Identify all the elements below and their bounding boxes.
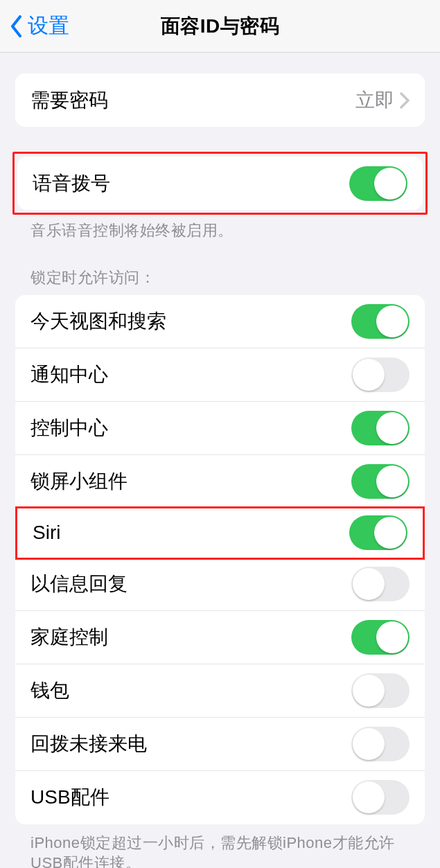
lock-access-row: 锁屏小组件	[15, 455, 425, 508]
voice-dial-toggle[interactable]	[349, 166, 407, 201]
lock-access-label: 回拨未接来电	[30, 731, 147, 757]
lock-access-label: 控制中心	[30, 415, 108, 441]
lock-access-label: 家庭控制	[30, 624, 108, 650]
voice-dial-label: 语音拨号	[33, 170, 110, 197]
lock-access-row: Siri	[15, 506, 425, 560]
row-right: 立即	[355, 87, 410, 114]
lock-access-label: 通知中心	[30, 362, 108, 388]
lock-access-row: 控制中心	[15, 402, 425, 455]
voice-dial-footer: 音乐语音控制将始终被启用。	[15, 220, 425, 241]
toggle-knob	[353, 568, 385, 600]
toggle-knob	[353, 359, 385, 391]
lock-access-toggle[interactable]	[351, 727, 410, 761]
toggle-knob	[376, 412, 408, 444]
lock-access-label: 锁屏小组件	[30, 468, 127, 495]
lock-access-toggle[interactable]	[349, 515, 407, 550]
back-button[interactable]: 设置	[10, 12, 69, 40]
lock-access-label: 钱包	[30, 677, 69, 704]
passcode-group: 需要密码 立即	[15, 73, 425, 127]
lock-access-label: 以信息回复	[30, 571, 127, 597]
lock-access-group: 今天视图和搜索通知中心控制中心锁屏小组件Siri以信息回复家庭控制钱包回拨未接来…	[15, 295, 425, 824]
toggle-knob	[376, 466, 408, 497]
back-label: 设置	[28, 12, 69, 40]
toggle-knob	[353, 781, 385, 813]
lock-access-row: 今天视图和搜索	[15, 295, 425, 348]
lock-access-toggle[interactable]	[351, 411, 410, 445]
voice-dial-group: 语音拨号	[17, 157, 423, 210]
toggle-knob	[374, 517, 406, 549]
highlight-voice-dial: 语音拨号	[12, 152, 428, 215]
lock-access-toggle[interactable]	[351, 620, 410, 655]
toggle-knob	[376, 305, 408, 337]
require-passcode-label: 需要密码	[30, 87, 108, 114]
require-passcode-value: 立即	[355, 87, 394, 114]
lock-access-toggle[interactable]	[351, 304, 410, 339]
lock-access-row: 回拨未接来电	[15, 718, 425, 771]
lock-access-row: 通知中心	[15, 348, 425, 402]
lock-access-row: 以信息回复	[15, 558, 425, 611]
lock-access-label: 今天视图和搜索	[30, 308, 166, 335]
require-passcode-row[interactable]: 需要密码 立即	[15, 73, 425, 127]
lock-access-toggle[interactable]	[351, 464, 410, 499]
lock-access-footer: iPhone锁定超过一小时后，需先解锁iPhone才能允许USB配件连接。	[15, 833, 425, 868]
toggle-knob	[353, 728, 385, 760]
content: 需要密码 立即 语音拨号 音乐语音控制将始终被启用。 锁定时允许访问： 今天视图…	[0, 53, 440, 868]
navbar: 设置 面容ID与密码	[0, 0, 440, 53]
lock-access-toggle[interactable]	[351, 780, 410, 815]
lock-access-row: 家庭控制	[15, 611, 425, 664]
lock-access-row: USB配件	[15, 771, 425, 824]
page-title: 面容ID与密码	[161, 13, 280, 39]
toggle-knob	[376, 621, 408, 653]
toggle-knob	[374, 168, 406, 200]
chevron-right-icon	[400, 92, 410, 109]
lock-access-header: 锁定时允许访问：	[15, 267, 425, 288]
lock-access-label: Siri	[33, 522, 60, 544]
lock-access-toggle[interactable]	[351, 673, 410, 708]
toggle-knob	[353, 675, 385, 707]
voice-dial-row: 语音拨号	[17, 157, 423, 210]
lock-access-toggle[interactable]	[351, 567, 410, 601]
lock-access-toggle[interactable]	[351, 357, 410, 392]
lock-access-label: USB配件	[30, 784, 109, 811]
chevron-left-icon	[10, 15, 24, 37]
lock-access-row: 钱包	[15, 664, 425, 718]
